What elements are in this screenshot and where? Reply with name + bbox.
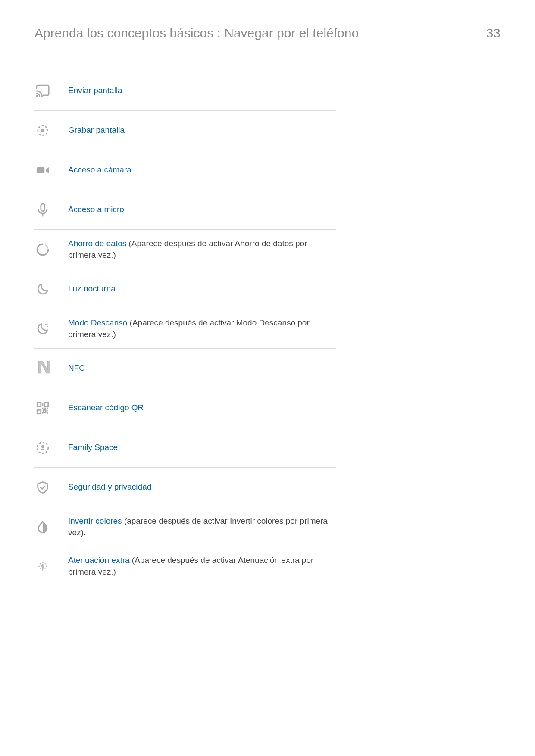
svg-rect-17 (47, 412, 48, 413)
svg-rect-16 (47, 410, 48, 411)
table-row: Family Space (34, 428, 336, 467)
svg-rect-14 (47, 407, 48, 409)
mic-icon (34, 203, 68, 217)
cell-text: Grabar pantalla (68, 125, 336, 136)
svg-point-1 (41, 128, 45, 132)
svg-rect-3 (41, 203, 45, 211)
link-text[interactable]: Luz nocturna (68, 284, 116, 293)
qr-icon (34, 401, 68, 415)
link-text[interactable]: Invertir colores (68, 516, 122, 525)
table-row: Seguridad y privacidad (34, 467, 336, 507)
table-row: N NFC (34, 348, 336, 388)
link-text[interactable]: Grabar pantalla (68, 125, 125, 134)
invert-colors-icon (34, 520, 68, 534)
svg-point-20 (41, 445, 44, 448)
table-row: Invertir colores (aparece después de act… (34, 507, 336, 547)
cell-text: Escanear código QR (68, 402, 336, 414)
table-row: Escanear código QR (34, 388, 336, 428)
svg-rect-8 (37, 403, 41, 406)
moon-icon (34, 282, 68, 297)
page: Aprenda los conceptos básicos : Navegar … (0, 0, 535, 756)
link-text[interactable]: Escanear código QR (68, 403, 144, 412)
cell-text: Atenuación extra (Aparece después de act… (68, 555, 336, 578)
nfc-icon: N (34, 361, 68, 376)
record-icon (34, 123, 68, 138)
table-row: Grabar pantalla (34, 110, 336, 150)
table-row: Enviar pantalla (34, 71, 336, 110)
extra-dim-icon (34, 559, 68, 574)
svg-rect-9 (44, 403, 48, 406)
table-row: Modo Descanso (Aparece después de activa… (34, 309, 336, 348)
icon-table: Enviar pantalla Grabar pantalla (34, 71, 336, 586)
link-text[interactable]: NFC (68, 363, 85, 372)
cell-text: Modo Descanso (Aparece después de activa… (68, 317, 336, 340)
page-header: Aprenda los conceptos básicos : Navegar … (34, 26, 501, 41)
svg-rect-10 (37, 410, 41, 414)
svg-rect-12 (42, 407, 44, 409)
cell-text: Invertir colores (aparece después de act… (68, 515, 336, 538)
table-row: Acceso a cámara (34, 150, 336, 190)
link-text[interactable]: Modo Descanso (68, 318, 127, 327)
cell-text: NFC (68, 362, 336, 374)
cell-text: Luz nocturna (68, 283, 336, 295)
shield-check-icon (34, 480, 68, 495)
page-title: Aprenda los conceptos básicos : Navegar … (34, 26, 359, 41)
bedtime-icon (34, 322, 68, 336)
cell-text: Enviar pantalla (68, 85, 336, 97)
svg-point-25 (40, 563, 41, 565)
svg-rect-18 (42, 412, 44, 413)
svg-point-21 (42, 562, 44, 563)
svg-rect-13 (44, 407, 46, 409)
svg-point-22 (42, 569, 44, 571)
link-text[interactable]: Acceso a cámara (68, 165, 131, 174)
cast-icon (34, 84, 68, 98)
svg-point-24 (46, 566, 47, 567)
page-number: 33 (486, 26, 501, 41)
cell-text: Family Space (68, 442, 336, 453)
svg-point-5 (45, 324, 46, 325)
svg-point-26 (44, 563, 46, 565)
table-row: Acceso a micro (34, 190, 336, 229)
table-row: Atenuación extra (Aparece después de act… (34, 547, 336, 586)
svg-rect-2 (37, 167, 44, 173)
camera-icon (34, 163, 68, 178)
cell-text: Acceso a micro (68, 204, 336, 216)
link-text[interactable]: Acceso a micro (68, 205, 124, 214)
link-text[interactable]: Atenuación extra (68, 556, 130, 565)
cell-text: Ahorro de datos (Aparece después de acti… (68, 238, 336, 261)
table-row: Ahorro de datos (Aparece después de acti… (34, 229, 336, 269)
svg-rect-15 (43, 410, 46, 412)
table-row: Luz nocturna (34, 269, 336, 309)
svg-point-0 (36, 95, 37, 96)
svg-rect-11 (42, 403, 44, 406)
link-text[interactable]: Seguridad y privacidad (68, 482, 151, 491)
svg-point-28 (44, 568, 46, 569)
svg-text:N: N (37, 361, 50, 376)
family-space-icon (34, 440, 68, 455)
svg-point-27 (40, 568, 41, 569)
data-saver-icon (34, 242, 68, 257)
cell-text: Seguridad y privacidad (68, 481, 336, 493)
link-text[interactable]: Enviar pantalla (68, 86, 122, 95)
svg-point-6 (47, 326, 48, 327)
link-text[interactable]: Family Space (68, 443, 118, 452)
cell-text: Acceso a cámara (68, 164, 336, 176)
svg-point-23 (38, 566, 40, 567)
link-text[interactable]: Ahorro de datos (68, 239, 126, 248)
